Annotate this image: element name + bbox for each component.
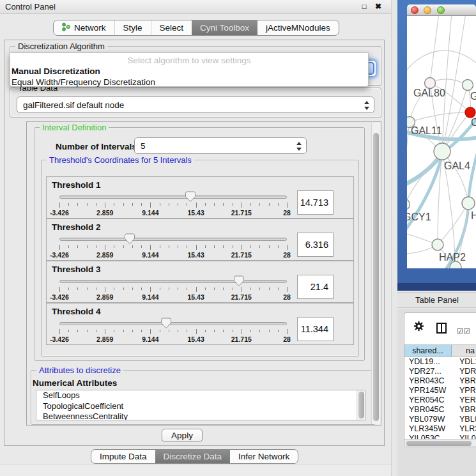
tab-style[interactable]: Style [114, 20, 151, 35]
tab-impute-data[interactable]: Impute Data [91, 450, 155, 463]
tab-network-label: Network [74, 23, 106, 33]
attribute-list-item[interactable]: SelfLoops [36, 390, 365, 401]
threshold-3-slider[interactable]: -3.4262.8599.14415.4321.71528 [57, 278, 289, 302]
table-row[interactable]: YLR345WYLR3 [404, 424, 476, 434]
tab-jactivemnodules[interactable]: jActiveMNodules [257, 20, 339, 35]
attribute-list-item[interactable]: TopologicalCoefficient [36, 401, 365, 412]
tick-mark [105, 329, 105, 334]
settings-panel-scrollbar[interactable] [371, 123, 380, 424]
dropdown-option-equal-width-frequency[interactable]: Equal Width/Frequency Discretization [10, 77, 368, 88]
zoom-traffic-light-icon[interactable] [437, 6, 445, 14]
float-window-icon[interactable]: □ [359, 3, 369, 13]
table-header: shared... na [404, 344, 476, 357]
threshold-4-value-field[interactable] [297, 317, 334, 341]
table-cell: YER0 [452, 395, 476, 405]
tick-mark [68, 203, 69, 206]
number-of-intervals-combobox[interactable]: 5 [134, 137, 307, 154]
column-header-shared-name[interactable]: shared... [404, 345, 452, 357]
table-panel-title: Table Panel [415, 295, 459, 305]
tick-label: 9.144 [142, 251, 158, 259]
node-gcy1[interactable] [407, 199, 410, 210]
slider-thumb[interactable] [234, 275, 244, 287]
number-of-intervals-label: Number of Intervals [56, 142, 137, 151]
tick-mark [278, 330, 279, 332]
tick-mark [114, 330, 114, 332]
tab-select[interactable]: Select [151, 20, 192, 35]
table-row[interactable]: YER054CYER0 [404, 395, 476, 405]
slider-track[interactable] [59, 196, 287, 199]
threshold-1-value-field[interactable] [297, 190, 334, 215]
slider-track[interactable] [59, 322, 287, 325]
node-gal-right[interactable] [463, 80, 473, 91]
apply-button[interactable]: Apply [162, 429, 203, 442]
tick-mark [160, 245, 160, 248]
threshold-2-slider[interactable]: -3.4262.8599.14415.4321.71528 [57, 236, 289, 260]
attribute-list-item[interactable]: BetweennessCentrality [36, 411, 365, 420]
node-h[interactable] [462, 197, 475, 210]
node-gal80[interactable] [425, 78, 436, 89]
table-row[interactable]: YBL079WYBL0 [404, 415, 476, 424]
table-row[interactable]: YDL19...YDL1 [404, 357, 476, 367]
slider-thumb[interactable] [161, 318, 171, 329]
tab-cyni-toolbox[interactable]: Cyni Toolbox [192, 20, 257, 35]
tick-mark [178, 245, 178, 248]
table-row[interactable]: YPR145WYPR1 [404, 386, 476, 395]
scrollbar-thumb[interactable] [406, 441, 472, 446]
table-cell: YBR043C [404, 376, 452, 386]
split-pane-divider[interactable] [391, 0, 397, 476]
tick-mark [287, 329, 288, 334]
tick-mark [169, 203, 169, 206]
table-data-combobox[interactable]: galFiltered.sif default node [17, 96, 374, 113]
slider-track[interactable] [59, 280, 287, 283]
node-hap2[interactable] [432, 239, 443, 250]
combobox-stepper-icon[interactable] [296, 141, 302, 152]
split-view-icon[interactable] [436, 323, 447, 334]
node-gal4[interactable] [434, 143, 450, 160]
minimize-traffic-light-icon[interactable] [424, 6, 431, 14]
tab-network[interactable]: Network [54, 20, 114, 35]
combobox-stepper-icon[interactable] [364, 100, 370, 111]
settings-gear-icon[interactable] [413, 321, 424, 334]
tab-infer-network[interactable]: Infer Network [230, 450, 298, 463]
network-window-titlebar[interactable] [407, 4, 476, 16]
tick-mark [187, 245, 187, 248]
slider-track[interactable] [59, 238, 287, 241]
tick-mark [96, 288, 96, 290]
threshold-4-slider[interactable]: -3.4262.8599.14415.4321.71528 [57, 320, 289, 344]
scrollbar-thumb[interactable] [358, 392, 364, 418]
tab-discretize-data[interactable]: Discretize Data [155, 450, 231, 463]
tick-label: 28 [283, 251, 291, 259]
network-canvas[interactable]: GAL80 G C GAL11 GAL4 GCY1 H HAP2 [407, 16, 476, 268]
attributes-list-scrollbar[interactable] [357, 390, 365, 420]
table-row[interactable]: YDR27...YDR2 [404, 367, 476, 376]
network-view-window: GAL80 G C GAL11 GAL4 GCY1 H HAP2 [407, 4, 476, 268]
column-header-name[interactable]: na [452, 345, 476, 357]
tick-mark [150, 287, 151, 292]
select-columns-icon[interactable]: ☑☑ [457, 327, 471, 335]
node-red-selected[interactable] [465, 107, 475, 118]
tick-mark [178, 203, 178, 206]
threshold-1-slider[interactable]: -3.4262.8599.14415.4321.71528 [57, 194, 289, 218]
dropdown-option-manual-discretization[interactable]: Manual Discretization [10, 66, 368, 77]
tick-mark [187, 330, 187, 332]
table-row[interactable]: YBR045CYBR0 [404, 405, 476, 415]
slider-tick-labels: -3.4262.8599.14415.4321.71528 [59, 293, 287, 301]
threshold-2-value-field[interactable] [297, 233, 334, 257]
close-traffic-light-icon[interactable] [411, 6, 418, 14]
table-horizontal-scrollbar[interactable] [404, 439, 476, 447]
slider-thumb[interactable] [185, 191, 196, 203]
table-cell: YBR0 [452, 376, 476, 386]
table-row[interactable]: YBR043CYBR0 [404, 376, 476, 386]
tick-label: 2.859 [96, 335, 113, 343]
scrollbar-thumb[interactable] [373, 133, 379, 421]
threshold-1-label: Threshold 1 [52, 180, 101, 190]
threshold-3-value-field[interactable] [297, 275, 334, 299]
node-label: H [471, 210, 476, 221]
tick-mark [233, 330, 233, 332]
close-icon[interactable]: ✖ [373, 2, 383, 12]
tick-mark [150, 329, 151, 334]
slider-thumb[interactable] [125, 233, 135, 245]
dropdown-placeholder-option[interactable]: Select algorithm to view settings [10, 55, 368, 66]
tick-mark [105, 245, 105, 250]
tick-label: 2.859 [96, 251, 113, 259]
